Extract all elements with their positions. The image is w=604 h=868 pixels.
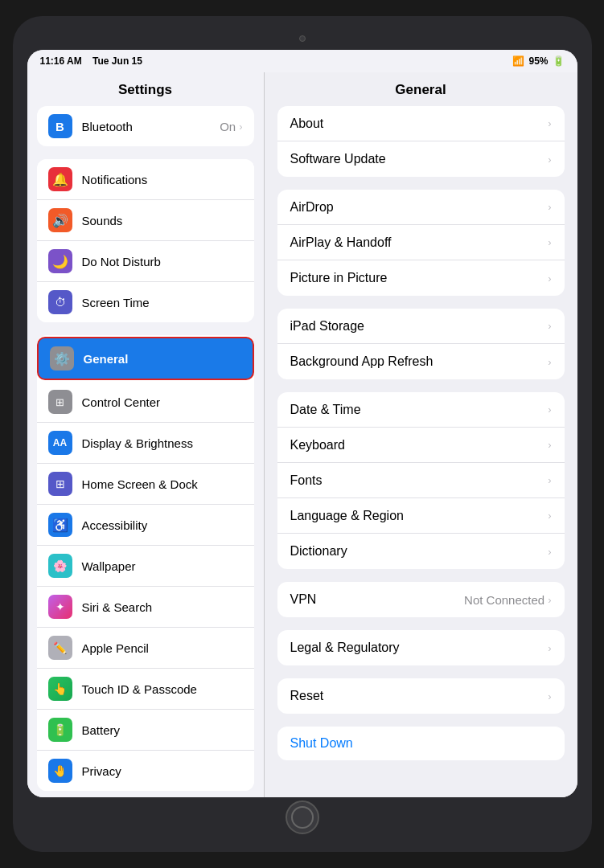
- panel-item-airplay-handoff[interactable]: AirPlay & Handoff ›: [277, 225, 565, 260]
- dictionary-chevron: ›: [548, 546, 551, 558]
- notifications-icon: 🔔: [52, 172, 68, 187]
- bluetooth-chevron: ›: [239, 121, 242, 133]
- control-center-label: Control Center: [82, 395, 243, 409]
- screen: 11:16 AM Tue Jun 15 📶 95% 🔋 Settings B: [27, 50, 577, 797]
- display-label: Display & Brightness: [82, 436, 243, 450]
- wallpaper-label: Wallpaper: [82, 559, 243, 573]
- panel-item-airdrop[interactable]: AirDrop ›: [277, 190, 565, 225]
- sidebar-title: Settings: [27, 72, 264, 106]
- battery-sidebar-icon: 🔋: [53, 723, 67, 736]
- panel-item-fonts[interactable]: Fonts ›: [277, 463, 565, 498]
- accessibility-icon: ♿: [52, 518, 68, 533]
- sidebar-item-privacy[interactable]: 🤚 Privacy: [37, 751, 254, 791]
- reset-chevron: ›: [548, 690, 551, 702]
- ipad-storage-label: iPad Storage: [290, 319, 549, 334]
- sidebar-item-display-brightness[interactable]: AA Display & Brightness: [37, 423, 254, 464]
- control-center-icon-wrap: ⊞: [48, 390, 72, 414]
- general-label: General: [84, 352, 241, 366]
- sidebar-item-touch-id[interactable]: 👆 Touch ID & Passcode: [37, 669, 254, 710]
- pip-chevron: ›: [548, 272, 551, 285]
- reset-label: Reset: [290, 689, 549, 703]
- sidebar-section-notifications: 🔔 Notifications 🔊 Sounds 🌙: [37, 159, 254, 322]
- vpn-label: VPN: [290, 592, 465, 607]
- legal-chevron: ›: [548, 642, 551, 654]
- shutdown-button[interactable]: Shut Down: [277, 727, 565, 760]
- panel-item-legal[interactable]: Legal & Regulatory ›: [277, 630, 565, 665]
- time-display: 11:16 AM: [40, 55, 82, 67]
- sidebar-item-control-center[interactable]: ⊞ Control Center: [37, 382, 254, 423]
- display-icon-wrap: AA: [48, 431, 72, 455]
- panel-section-vpn: VPN Not Connected ›: [277, 582, 565, 617]
- sidebar-item-general[interactable]: ⚙️ General: [37, 337, 254, 380]
- status-bar: 11:16 AM Tue Jun 15 📶 95% 🔋: [27, 50, 577, 72]
- dictionary-label: Dictionary: [290, 544, 549, 559]
- dnd-label: Do Not Disturb: [82, 255, 243, 268]
- panel-item-background-refresh[interactable]: Background App Refresh ›: [277, 344, 565, 379]
- sounds-icon: 🔊: [52, 213, 68, 228]
- software-update-label: Software Update: [290, 152, 549, 166]
- date-display: Tue Jun 15: [92, 55, 142, 67]
- panel-item-about[interactable]: About ›: [277, 106, 565, 141]
- sidebar-item-do-not-disturb[interactable]: 🌙 Do Not Disturb: [37, 241, 254, 282]
- siri-label: Siri & Search: [82, 600, 243, 614]
- sidebar-item-accessibility[interactable]: ♿ Accessibility: [37, 505, 254, 546]
- software-update-chevron: ›: [548, 154, 551, 166]
- battery-display: 95%: [528, 55, 548, 67]
- touch-id-label: Touch ID & Passcode: [82, 682, 243, 696]
- about-label: About: [290, 117, 549, 131]
- screen-time-label: Screen Time: [82, 296, 243, 309]
- sidebar-item-apple-pencil[interactable]: ✏️ Apple Pencil: [37, 628, 254, 669]
- panel-item-ipad-storage[interactable]: iPad Storage ›: [277, 309, 565, 344]
- panel-item-dictionary[interactable]: Dictionary ›: [277, 534, 565, 569]
- panel-item-date-time[interactable]: Date & Time ›: [277, 392, 565, 428]
- home-button[interactable]: [286, 800, 319, 834]
- notifications-label: Notifications: [82, 173, 243, 186]
- airplay-chevron: ›: [548, 236, 551, 248]
- battery-icon-wrap: 🔋: [48, 718, 72, 742]
- panel-section-storage: iPad Storage › Background App Refresh ›: [277, 309, 565, 379]
- battery-label: Battery: [82, 723, 243, 737]
- airdrop-chevron: ›: [548, 201, 551, 213]
- sounds-icon-wrap: 🔊: [48, 208, 72, 232]
- language-label: Language & Region: [290, 509, 549, 523]
- sidebar-item-notifications[interactable]: 🔔 Notifications: [37, 159, 254, 200]
- status-time: 11:16 AM Tue Jun 15: [40, 55, 142, 67]
- panel-item-vpn[interactable]: VPN Not Connected ›: [277, 582, 565, 617]
- panel-item-picture-in-picture[interactable]: Picture in Picture ›: [277, 260, 565, 296]
- panel-item-language-region[interactable]: Language & Region ›: [277, 498, 565, 534]
- fonts-chevron: ›: [548, 474, 551, 486]
- home-screen-label: Home Screen & Dock: [82, 477, 243, 491]
- sidebar-item-home-screen[interactable]: ⊞ Home Screen & Dock: [37, 464, 254, 505]
- sidebar-item-wallpaper[interactable]: 🌸 Wallpaper: [37, 546, 254, 587]
- sidebar-section-bluetooth: B Bluetooth On ›: [37, 106, 254, 146]
- airdrop-label: AirDrop: [290, 200, 549, 215]
- screen-time-icon-wrap: ⏱: [48, 290, 72, 314]
- sidebar-item-screen-time[interactable]: ⏱ Screen Time: [37, 282, 254, 322]
- device: 11:16 AM Tue Jun 15 📶 95% 🔋 Settings B: [13, 16, 592, 852]
- panel-section-datetime: Date & Time › Keyboard › Fonts › Languag…: [277, 392, 565, 569]
- panel-item-reset[interactable]: Reset ›: [277, 678, 565, 714]
- sidebar-item-bluetooth[interactable]: B Bluetooth On ›: [37, 106, 254, 146]
- display-icon: AA: [53, 437, 67, 448]
- bg-refresh-label: Background App Refresh: [290, 354, 549, 369]
- control-center-icon: ⊞: [55, 396, 64, 408]
- wallpaper-icon: 🌸: [53, 559, 67, 572]
- sidebar-item-sounds[interactable]: 🔊 Sounds: [37, 200, 254, 241]
- wallpaper-icon-wrap: 🌸: [48, 554, 72, 578]
- vpn-chevron: ›: [548, 594, 551, 606]
- language-chevron: ›: [548, 510, 551, 522]
- panel-section-reset: Reset ›: [277, 678, 565, 714]
- about-chevron: ›: [548, 117, 551, 129]
- dnd-icon-wrap: 🌙: [48, 249, 72, 273]
- panel-item-keyboard[interactable]: Keyboard ›: [277, 428, 565, 463]
- home-screen-icon-wrap: ⊞: [48, 472, 72, 496]
- sidebar-item-siri-search[interactable]: ✦ Siri & Search: [37, 587, 254, 628]
- sidebar-item-battery[interactable]: 🔋 Battery: [37, 710, 254, 751]
- panel-section-airdrop: AirDrop › AirPlay & Handoff › Picture in…: [277, 190, 565, 296]
- status-right: 📶 95% 🔋: [512, 55, 564, 67]
- panel-item-software-update[interactable]: Software Update ›: [277, 141, 565, 177]
- general-icon: ⚙️: [54, 351, 70, 366]
- vpn-value: Not Connected: [464, 593, 544, 607]
- wifi-icon: 📶: [512, 55, 524, 67]
- storage-chevron: ›: [548, 320, 551, 332]
